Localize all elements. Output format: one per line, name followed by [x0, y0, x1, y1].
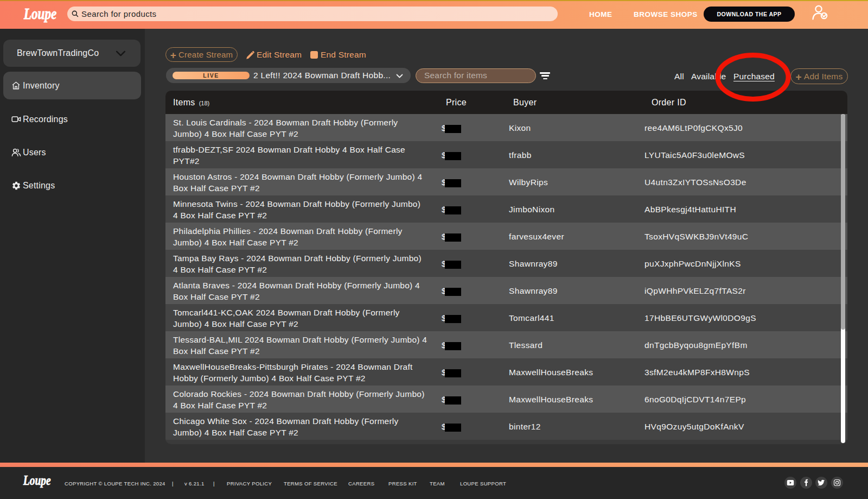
svg-text:Loupe: Loupe: [23, 473, 51, 488]
svg-text:Loupe: Loupe: [23, 5, 57, 23]
